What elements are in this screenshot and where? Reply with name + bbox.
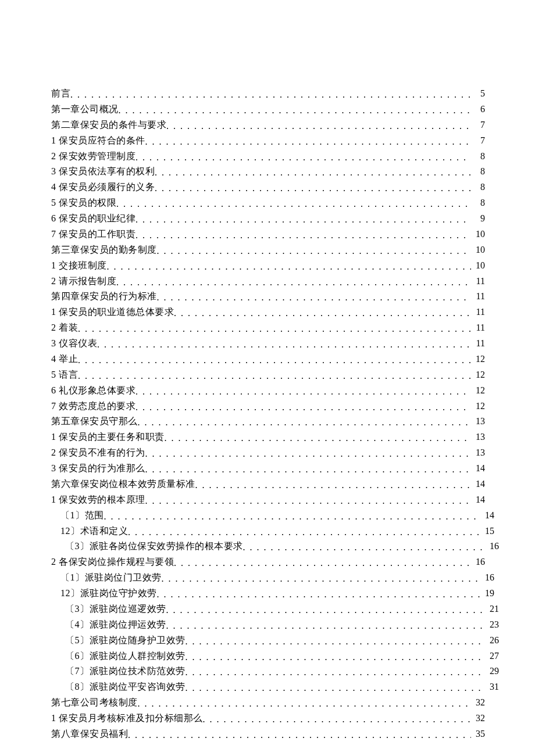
toc-leader-dots (128, 728, 471, 743)
toc-entry-title: 2 各保安岗位操作规程与要领 (51, 554, 174, 570)
toc-entry-page: 14 (471, 461, 485, 476)
toc-entry-page: 31 (485, 679, 499, 695)
toc-entry: 1 交接班制度10 (51, 258, 485, 274)
toc-entry-page: 11 (471, 289, 485, 304)
toc-entry: 〔6〕派驻岗位人群控制效劳27 (51, 648, 499, 664)
toc-leader-dots (138, 415, 472, 431)
toc-entry-title: 〔1〕派驻岗位门卫效劳 (60, 570, 162, 586)
toc-entry: 〔8〕派驻岗位平安咨询效劳31 (51, 679, 499, 695)
toc-entry-page: 8 (471, 149, 485, 164)
toc-entry-page: 12 (471, 352, 485, 367)
toc-entry-title: 1 保安效劳的根本原理 (51, 492, 145, 508)
toc-entry-page: 11 (471, 274, 485, 289)
toc-entry: 1 保安员月考核标准及扣分标细那么32 (51, 711, 485, 726)
toc-entry-title: 12〕术语和定义 (60, 524, 128, 539)
toc-entry-page: 6 (471, 102, 485, 117)
toc-entry-page: 7 (471, 117, 485, 133)
toc-entry-title: 6 保安员的职业纪律 (51, 211, 135, 227)
toc-leader-dots (70, 87, 471, 103)
toc-leader-dots (195, 478, 472, 493)
toc-leader-dots (135, 212, 471, 228)
toc-entry: 3 保安员的行为准那么14 (51, 461, 485, 476)
toc-entry-page: 16 (485, 539, 499, 554)
toc-entry: 1 保安员的职业道德总体要求11 (51, 304, 485, 320)
toc-entry-page: 11 (471, 320, 485, 336)
toc-leader-dots (128, 525, 480, 540)
toc-entry-page: 26 (485, 633, 499, 648)
toc-leader-dots (135, 400, 471, 415)
toc-entry-title: 〔6〕派驻岗位人群控制效劳 (65, 648, 186, 664)
toc-entry: 2 着装11 (51, 320, 485, 336)
toc-entry-page: 12 (471, 399, 485, 414)
toc-entry-page: 29 (485, 664, 499, 679)
toc-entry-page: 10 (471, 258, 485, 274)
toc-entry-title: 第三章保安员的勤务制度 (51, 242, 157, 258)
toc-entry: 6 保安员的职业纪律9 (51, 211, 485, 227)
toc-entry-title: 7 保安员的工作职责 (51, 227, 135, 242)
toc-leader-dots (135, 384, 471, 400)
toc-entry-title: 1 保安员的职业道德总体要求 (51, 304, 174, 320)
toc-entry-page: 19 (480, 586, 494, 601)
toc-entry-title: 〔8〕派驻岗位平安咨询效劳 (65, 679, 186, 695)
toc-entry-page: 12 (471, 383, 485, 399)
toc-entry-page: 16 (480, 570, 494, 586)
toc-entry-page: 12 (471, 367, 485, 383)
toc-entry-title: 〔3〕派驻各岗位保安效劳操作的根本要求 (65, 539, 243, 554)
toc-entry: 3 仪容仪表11 (51, 336, 485, 352)
toc-entry-page: 8 (471, 164, 485, 180)
toc-entry-page: 9 (471, 211, 485, 227)
toc-entry-page: 32 (471, 695, 485, 711)
toc-entry-page: 35 (471, 726, 485, 742)
toc-entry: 1 保安效劳的根本原理14 (51, 492, 485, 508)
toc-entry: 第四章保安员的行为标准11 (51, 289, 485, 304)
toc-entry-page: 27 (485, 648, 499, 664)
toc-leader-dots (166, 119, 471, 134)
toc-entry: 〔3〕派驻岗位巡逻效劳21 (51, 601, 499, 617)
toc-entry-title: 2 着装 (51, 320, 78, 336)
toc-leader-dots (78, 321, 471, 337)
toc-leader-dots (157, 587, 481, 603)
toc-entry-title: 第二章保安员的条件与要求 (51, 117, 166, 133)
toc-leader-dots (174, 306, 471, 321)
toc-entry: 2 保安员不准有的行为13 (51, 445, 485, 461)
toc-entry: 6 礼仪形象总体要求12 (51, 383, 485, 399)
toc-entry: 5 保安员的权限8 (51, 195, 485, 211)
toc-entry-title: 5 语言 (51, 367, 78, 383)
toc-leader-dots (155, 181, 471, 196)
toc-entry-title: 第四章保安员的行为标准 (51, 289, 157, 304)
toc-leader-dots (135, 150, 471, 166)
toc-entry-title: 3 仪容仪表 (51, 336, 97, 352)
toc-entry-title: 前言 (51, 86, 70, 102)
toc-entry: 第七章公司考核制度32 (51, 695, 485, 711)
toc-leader-dots (107, 259, 472, 275)
toc-leader-dots (78, 353, 471, 368)
toc-entry-title: 2 保安员不准有的行为 (51, 445, 145, 461)
toc-leader-dots (243, 540, 486, 556)
toc-entry-page: 13 (471, 445, 485, 461)
toc-entry-title: 1 保安员的主要任务和职责 (51, 429, 165, 445)
toc-entry: 前言5 (51, 86, 485, 102)
toc-leader-dots (186, 634, 486, 650)
toc-entry-title: 4 举止 (51, 352, 78, 367)
toc-entry: 〔1〕派驻岗位门卫效劳16 (51, 570, 494, 586)
toc-entry: 〔1〕范围14 (51, 508, 494, 524)
toc-entry-title: 第七章公司考核制度 (51, 695, 138, 711)
toc-entry-title: 〔4〕派驻岗位押运效劳 (65, 617, 166, 633)
toc-entry: 2 各保安岗位操作规程与要领16 (51, 554, 485, 570)
toc-leader-dots (166, 603, 486, 618)
toc-entry: 第八章保安员福利35 (51, 726, 485, 742)
toc-entry: 1 保安员的主要任务和职责13 (51, 429, 485, 445)
toc-leader-dots (78, 368, 471, 384)
toc-entry-title: 〔3〕派驻岗位巡逻效劳 (65, 601, 166, 617)
toc-entry-title: 6 礼仪形象总体要求 (51, 383, 135, 399)
toc-leader-dots (97, 337, 471, 353)
toc-entry-page: 13 (471, 414, 485, 429)
toc-leader-dots (186, 650, 486, 665)
toc-entry-title: 5 保安员的权限 (51, 195, 116, 211)
toc-entry: 7 保安员的工作职责10 (51, 227, 485, 242)
toc-leader-dots (165, 431, 472, 446)
toc-leader-dots (186, 665, 486, 680)
toc-entry: 4 举止12 (51, 352, 485, 367)
toc-leader-dots (135, 228, 471, 243)
toc-entry-page: 13 (471, 429, 485, 445)
